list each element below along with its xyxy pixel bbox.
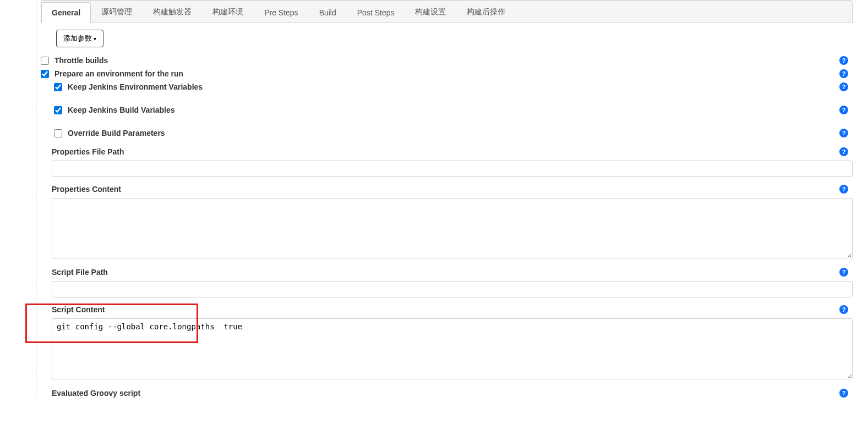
evaluated-groovy-label: Evaluated Groovy script [52, 389, 853, 398]
keep-build-vars-checkbox[interactable] [54, 106, 62, 114]
properties-content-textarea[interactable] [52, 198, 853, 258]
keep-env-vars-label[interactable]: Keep Jenkins Environment Variables [68, 82, 203, 91]
config-tabs: General源码管理构建触发器构建环境Pre StepsBuildPost S… [41, 0, 853, 23]
help-icon[interactable]: ? [839, 69, 848, 78]
evaluated-groovy-block: ? Evaluated Groovy script [41, 389, 853, 398]
properties-file-path-block: ? Properties File Path [41, 147, 853, 177]
help-icon[interactable]: ? [839, 389, 848, 398]
script-file-path-block: ? Script File Path [41, 268, 853, 297]
tab-3[interactable]: 构建环境 [202, 1, 254, 23]
keep-env-vars-checkbox[interactable] [54, 83, 62, 91]
properties-content-block: ? Properties Content [41, 185, 853, 260]
script-content-label: Script Content [52, 305, 853, 314]
tab-4[interactable]: Pre Steps [254, 2, 308, 23]
keep-env-vars-row: Keep Jenkins Environment Variables ? [41, 80, 853, 93]
help-icon[interactable]: ? [839, 185, 848, 194]
help-icon[interactable]: ? [839, 268, 848, 277]
tab-5[interactable]: Build [309, 2, 347, 23]
tab-8[interactable]: 构建后操作 [456, 1, 516, 23]
tab-1[interactable]: 源码管理 [91, 1, 143, 23]
help-icon[interactable]: ? [839, 106, 848, 114]
help-icon[interactable]: ? [839, 129, 848, 137]
override-params-checkbox[interactable] [54, 129, 62, 137]
keep-build-vars-label[interactable]: Keep Jenkins Build Variables [68, 106, 175, 114]
throttle-builds-checkbox[interactable] [41, 57, 49, 65]
tab-7[interactable]: 构建设置 [405, 1, 456, 23]
properties-content-label: Properties Content [52, 185, 853, 194]
override-params-row: Override Build Parameters ? [41, 126, 853, 140]
help-icon[interactable]: ? [839, 56, 848, 65]
tab-2[interactable]: 构建触发器 [143, 1, 202, 23]
script-file-path-input[interactable] [52, 281, 853, 297]
prepare-env-checkbox[interactable] [41, 70, 49, 78]
script-file-path-label: Script File Path [52, 268, 853, 277]
help-icon[interactable]: ? [839, 147, 848, 156]
prepare-env-row: Prepare an environment for the run ? [41, 67, 853, 80]
add-parameter-button[interactable]: 添加参数 [56, 30, 103, 47]
throttle-builds-row: Throttle builds ? [41, 54, 853, 67]
tab-0[interactable]: General [41, 2, 91, 23]
help-icon[interactable]: ? [839, 305, 848, 314]
properties-file-path-input[interactable] [52, 161, 853, 177]
script-content-textarea[interactable] [52, 318, 853, 379]
help-icon[interactable]: ? [839, 82, 848, 91]
properties-file-path-label: Properties File Path [52, 147, 853, 156]
throttle-builds-label[interactable]: Throttle builds [54, 56, 108, 65]
script-content-block: ? Script Content [41, 305, 853, 381]
keep-build-vars-row: Keep Jenkins Build Variables ? [41, 103, 853, 117]
override-params-label[interactable]: Override Build Parameters [68, 129, 165, 137]
tab-6[interactable]: Post Steps [347, 2, 405, 23]
prepare-env-label[interactable]: Prepare an environment for the run [54, 69, 183, 78]
